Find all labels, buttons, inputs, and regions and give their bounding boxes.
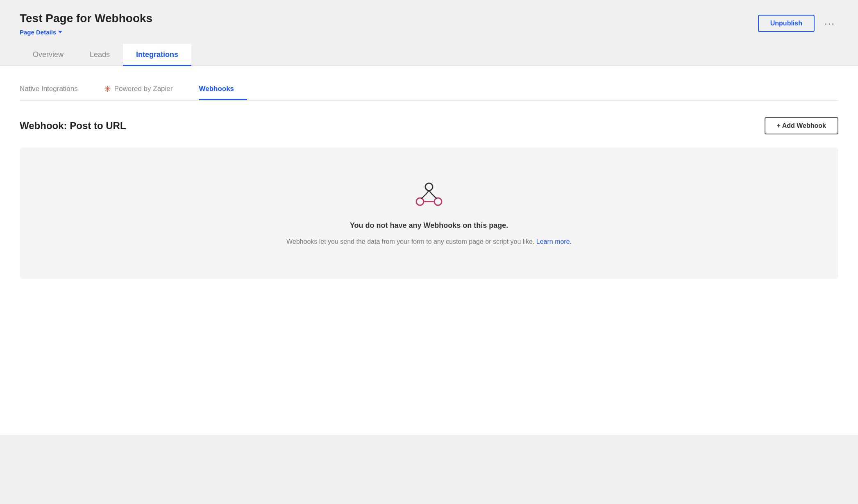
add-webhook-button[interactable]: + Add Webhook: [765, 117, 838, 134]
chevron-down-icon: [58, 31, 62, 33]
webhook-title: Webhook: Post to URL: [20, 120, 126, 132]
sub-tabs: Native Integrations ✳ Powered by Zapier …: [20, 66, 838, 101]
webhook-icon: [414, 180, 444, 210]
learn-more-link[interactable]: Learn more.: [536, 238, 572, 245]
header-actions: Unpublish ···: [758, 11, 838, 32]
empty-state-title: You do not have any Webhooks on this pag…: [350, 221, 508, 230]
content-area: Native Integrations ✳ Powered by Zapier …: [0, 66, 858, 435]
empty-state-description: Webhooks let you send the data from your…: [286, 238, 572, 245]
more-icon: ···: [824, 18, 835, 29]
tab-integrations[interactable]: Integrations: [123, 44, 191, 66]
sub-tab-webhooks[interactable]: Webhooks: [199, 80, 247, 100]
sub-tab-native[interactable]: Native Integrations: [20, 80, 91, 100]
unpublish-button[interactable]: Unpublish: [758, 15, 815, 32]
top-header: Test Page for Webhooks Page Details Unpu…: [0, 0, 858, 36]
svg-point-1: [434, 198, 442, 205]
zapier-star-icon: ✳: [104, 84, 111, 94]
svg-point-2: [425, 183, 433, 191]
page-title: Test Page for Webhooks: [20, 11, 152, 25]
page-title-area: Test Page for Webhooks Page Details: [20, 11, 152, 36]
page-details-label: Page Details: [20, 29, 56, 36]
tab-leads[interactable]: Leads: [77, 44, 123, 66]
webhook-header: Webhook: Post to URL + Add Webhook: [20, 117, 838, 134]
tab-overview[interactable]: Overview: [20, 44, 77, 66]
main-tabs: Overview Leads Integrations: [0, 44, 858, 66]
page-details-link[interactable]: Page Details: [20, 29, 152, 36]
sub-tab-zapier[interactable]: ✳ Powered by Zapier: [104, 79, 186, 101]
webhook-section: Webhook: Post to URL + Add Webhook You d…: [20, 101, 838, 279]
more-options-button[interactable]: ···: [821, 16, 838, 31]
empty-state: You do not have any Webhooks on this pag…: [20, 148, 838, 279]
svg-point-0: [416, 198, 424, 205]
